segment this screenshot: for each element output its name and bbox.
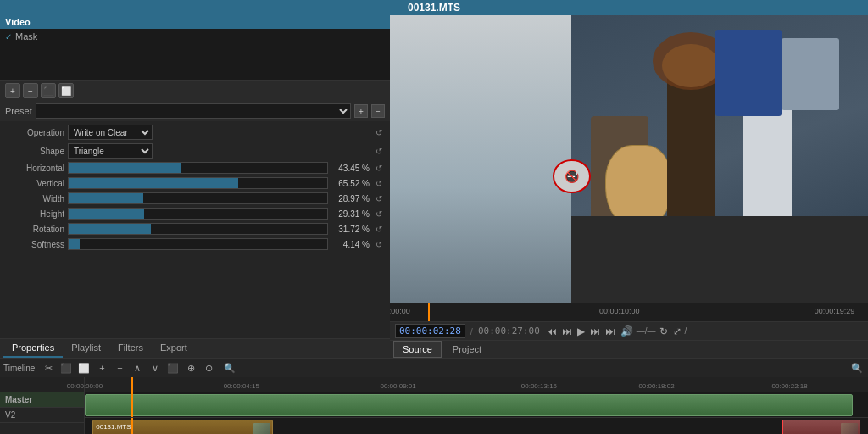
skip-start-button[interactable]: ⏮	[545, 326, 559, 337]
softness-slider-track[interactable]	[68, 238, 328, 250]
preset-add-button[interactable]: +	[354, 104, 368, 118]
tab-playlist[interactable]: Playlist	[63, 339, 109, 358]
width-reset-button[interactable]: ↺	[373, 192, 385, 204]
volume-separator: —/—	[637, 326, 656, 336]
track-content: 00:00:00:00 00:00:04:15 00:00:09:01 00:0…	[85, 377, 868, 434]
properties-panel: Video ✓ Mask + − ⬛ ⬜ Preset	[0, 15, 390, 338]
tl-cut-button[interactable]: ✂	[41, 360, 56, 376]
loop-button[interactable]: ↻	[658, 326, 670, 337]
softness-value: 4.14 %	[331, 240, 370, 249]
vertical-value: 65.52 %	[331, 179, 370, 188]
step-forward-button[interactable]: ⏭	[588, 326, 602, 337]
shape-control: Triangle Rectangle Circle	[68, 143, 370, 159]
bottom-timeline: Timeline ✂ ⬛ ⬜ + − ∧ ∨ ⬛ ⊕ ⊙ 🔍 🔍 Master …	[0, 358, 868, 434]
v2-clip-1-label: 00131.MTS	[93, 422, 133, 431]
ruler-mark-3: 00:00:13:16	[521, 382, 557, 390]
preset-select[interactable]	[36, 103, 351, 119]
v2-playhead	[131, 418, 133, 434]
preset-label: Preset	[5, 106, 32, 116]
param-vertical: Vertical65.52 %↺	[5, 175, 385, 191]
window-title: 00131.MTS	[408, 2, 460, 14]
preview-tab-source[interactable]: Source	[393, 341, 442, 358]
v2-clip-1[interactable]: 00131.MTS	[92, 420, 273, 434]
softness-reset-button[interactable]: ↺	[373, 238, 385, 250]
preset-remove-button[interactable]: −	[371, 104, 385, 118]
tl-snap-button[interactable]: ⊙	[201, 360, 216, 376]
in-out-button[interactable]: ⤢	[671, 326, 683, 337]
width-slider-container: 28.97 %	[68, 192, 370, 204]
master-track-label: Master	[0, 392, 84, 408]
horizontal-value: 43.45 %	[331, 164, 370, 173]
timeline-section-label: Timeline	[3, 364, 35, 373]
shape-select[interactable]: Triangle Rectangle Circle	[68, 143, 153, 159]
tl-zoom-in-button[interactable]: 🔍	[222, 360, 237, 376]
preset-row: Preset + −	[0, 101, 390, 121]
height-slider-track[interactable]	[68, 208, 328, 220]
timeline-tracks: Master V2 00:00:00:00 00:00:04:15 00:00:…	[0, 377, 868, 434]
rotation-reset-button[interactable]: ↺	[373, 223, 385, 235]
vertical-slider-container: 65.52 %	[68, 177, 370, 189]
softness-slider-fill	[69, 239, 80, 249]
volume-button[interactable]: 🔊	[619, 326, 635, 337]
ruler-mark-5: 00:00:22:18	[771, 382, 807, 390]
tl-remove-track-button[interactable]: −	[112, 360, 127, 376]
play-button[interactable]: ▶	[576, 326, 587, 337]
vertical-slider-track[interactable]	[68, 177, 328, 189]
scrubber-mark-2: 00:00:19:29	[815, 307, 855, 315]
title-bar: 00131.MTS	[0, 0, 868, 15]
effects-toolbar: + − ⬛ ⬜	[0, 80, 390, 101]
effect-mask[interactable]: ✓ Mask	[5, 31, 385, 42]
v2-track-label: V2	[0, 408, 84, 423]
rotation-slider-container: 31.72 %	[68, 223, 370, 235]
rotation-slider-track[interactable]	[68, 223, 328, 235]
horizontal-reset-button[interactable]: ↺	[373, 162, 385, 174]
tc-separator: /	[470, 326, 473, 337]
timeline-ruler: 00:00:00:00 00:00:04:15 00:00:09:01 00:0…	[85, 377, 868, 392]
tab-filters[interactable]: Filters	[109, 339, 152, 358]
extra-controls: /	[685, 326, 687, 336]
vertical-reset-button[interactable]: ↺	[373, 177, 385, 189]
tab-properties[interactable]: Properties	[3, 339, 63, 358]
add-effect-button[interactable]: +	[5, 83, 20, 98]
step-back-button[interactable]: ⏭	[560, 326, 574, 337]
tl-down-button[interactable]: ∨	[147, 360, 163, 376]
left-panel: Video ✓ Mask + − ⬛ ⬜ Preset	[0, 15, 390, 358]
width-value: 28.97 %	[331, 194, 370, 203]
softness-slider-container: 4.14 %	[68, 238, 370, 250]
tl-overwrite-button[interactable]: ⬜	[76, 360, 92, 376]
mask-check-icon: ✓	[5, 32, 12, 42]
master-label-text: Master	[5, 395, 32, 404]
master-clip[interactable]	[85, 394, 853, 416]
tl-add-track-button[interactable]: +	[94, 360, 109, 376]
height-value: 29.31 %	[331, 209, 370, 219]
operation-reset-button[interactable]: ↺	[373, 126, 385, 138]
height-slider-fill	[69, 209, 144, 219]
paste-effect-button[interactable]: ⬜	[58, 83, 74, 98]
copy-effect-button[interactable]: ⬛	[41, 83, 56, 98]
v2-clip-2[interactable]	[782, 420, 860, 434]
height-reset-button[interactable]: ↺	[373, 208, 385, 220]
rotation-label: Rotation	[5, 225, 64, 234]
tl-up-button[interactable]: ∧	[130, 360, 145, 376]
tab-export[interactable]: Export	[152, 339, 196, 358]
remove-effect-button[interactable]: −	[23, 83, 38, 98]
scrubber-area[interactable]: 00:00:00:00 00:00:10:00 00:00:19:29	[390, 303, 868, 321]
timecode-display[interactable]: 00:00:02:28	[395, 324, 465, 338]
v2-clip-2-thumb	[841, 423, 858, 434]
preview-tabs: Source Project	[390, 340, 868, 358]
tl-zoom-out-button[interactable]: 🔍	[849, 360, 865, 376]
tl-clip-button[interactable]: ⬛	[165, 360, 181, 376]
tl-lift-button[interactable]: ⬛	[58, 360, 74, 376]
master-playhead	[131, 392, 133, 417]
v2-clip-1-thumb	[253, 423, 270, 434]
horizontal-slider-track[interactable]	[68, 162, 328, 174]
preview-tab-project[interactable]: Project	[443, 341, 491, 358]
tl-link-button[interactable]: ⊕	[183, 360, 198, 376]
shape-reset-button[interactable]: ↺	[373, 145, 385, 157]
skip-end-button[interactable]: ⏭	[604, 326, 617, 337]
scrubber-bar[interactable]: 00:00:00:00 00:00:10:00 00:00:19:29	[390, 303, 868, 321]
ruler-mark-0: 00:00:00:00	[67, 382, 103, 390]
width-slider-track[interactable]	[68, 192, 328, 204]
param-rotation: Rotation31.72 %↺	[5, 221, 385, 236]
operation-select[interactable]: Write on Clear Add Subtract	[68, 125, 153, 140]
